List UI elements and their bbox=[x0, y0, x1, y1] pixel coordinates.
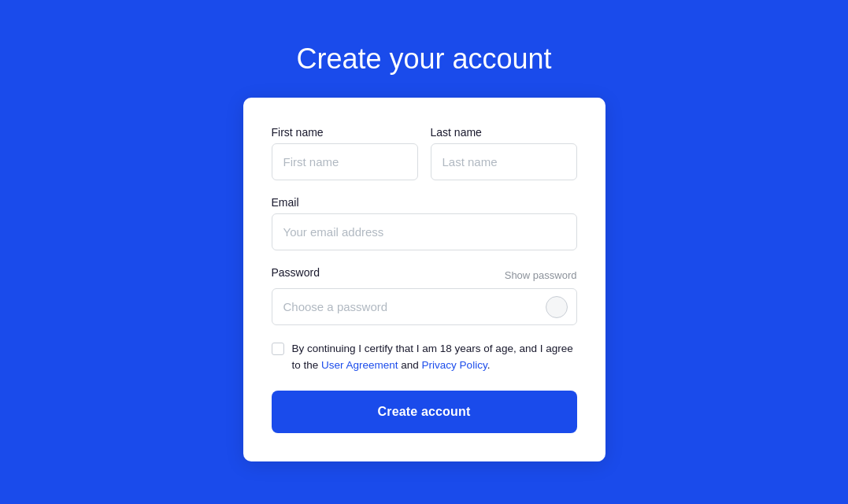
signup-card: First name Last name Email Password Show… bbox=[243, 98, 605, 461]
last-name-label: Last name bbox=[431, 126, 577, 139]
password-field: Password Show password bbox=[272, 266, 577, 325]
password-toggle-icon[interactable] bbox=[546, 296, 568, 318]
last-name-input[interactable] bbox=[431, 143, 577, 180]
show-password-button[interactable]: Show password bbox=[505, 269, 577, 281]
first-name-input[interactable] bbox=[272, 143, 418, 180]
email-input[interactable] bbox=[272, 213, 577, 250]
terms-checkbox-row: By continuing I certify that I am 18 yea… bbox=[272, 341, 577, 373]
name-row: First name Last name bbox=[272, 126, 577, 180]
user-agreement-link[interactable]: User Agreement bbox=[321, 359, 398, 371]
last-name-field: Last name bbox=[431, 126, 577, 180]
privacy-policy-link[interactable]: Privacy Policy bbox=[422, 359, 487, 371]
password-header: Password Show password bbox=[272, 266, 577, 284]
terms-label: By continuing I certify that I am 18 yea… bbox=[292, 341, 577, 373]
password-input[interactable] bbox=[272, 288, 577, 325]
first-name-field: First name bbox=[272, 126, 418, 180]
email-label: Email bbox=[272, 196, 577, 209]
email-field: Email bbox=[272, 196, 577, 250]
password-input-wrapper bbox=[272, 288, 577, 325]
first-name-label: First name bbox=[272, 126, 418, 139]
terms-checkbox[interactable] bbox=[272, 343, 284, 355]
create-account-button[interactable]: Create account bbox=[272, 391, 577, 433]
password-label: Password bbox=[272, 266, 320, 279]
page-title: Create your account bbox=[296, 43, 551, 76]
